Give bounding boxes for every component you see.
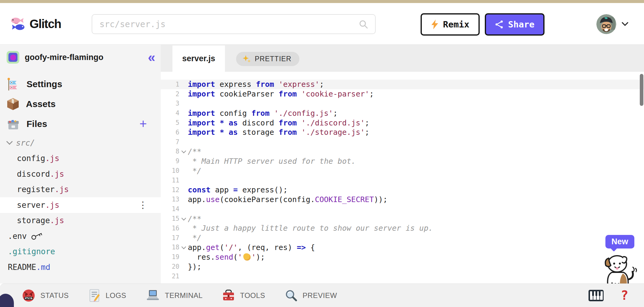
line-number: 18 [161,244,179,251]
code-line-15[interactable]: 15/** [161,214,644,223]
code-line-text[interactable]: const app = express(); [188,185,288,194]
piano-button[interactable] [588,290,604,302]
code-line-text[interactable]: import * as storage from './storage.js'; [188,128,369,137]
project-row: goofy-mire-flamingo « [7,49,155,65]
fold-caret-icon[interactable] [181,216,186,220]
project-name[interactable]: goofy-mire-flamingo [25,53,103,62]
file-extension: .md [36,263,50,272]
code-line-text[interactable]: import * as discord from './discord.js'; [188,119,369,127]
logs-icon [88,289,101,302]
code-line-text[interactable]: import express from 'express'; [188,80,324,89]
line-number: 4 [161,109,179,117]
code-line-11[interactable]: 11 [161,176,644,185]
sidebar-item-files[interactable]: Files + [0,114,161,134]
code-line-17[interactable]: 17 */ [161,233,644,243]
lightning-bolt-icon [431,19,439,30]
new-badge[interactable]: New [605,235,634,248]
code-line-text[interactable]: app.get('/', (req, res) => { [188,243,315,252]
svg-text:#%!&: #%!& [25,297,32,300]
code-line-4[interactable]: 4import config from './config.js'; [161,108,644,118]
line-number: 11 [161,177,179,184]
code-line-9[interactable]: 9 * Main HTTP server used for the bot. [161,156,644,166]
line-number: 5 [161,119,179,126]
code-editor[interactable]: 1import express from 'express';2import c… [161,72,644,283]
code-line-10[interactable]: 10 */ [161,166,644,176]
file-dot-env[interactable]: .env [0,228,161,244]
code-line-14[interactable]: 14 [161,204,644,214]
toolbar-preview-button[interactable]: PREVIEW [285,289,337,302]
file-options-kebab-button[interactable]: ⋮ [138,200,147,210]
top-strip [0,0,644,3]
code-line-7[interactable]: 7 [161,137,644,147]
code-line-text[interactable]: import config from './config.js'; [188,109,338,118]
prettier-button[interactable]: PRETTIER [236,52,299,66]
code-line-18[interactable]: 18app.get('/', (req, res) => { [161,243,644,252]
project-avatar[interactable] [7,51,19,64]
gutter-fold-slot [179,150,188,153]
code-line-text[interactable]: /** [188,147,201,156]
sidebar-item-settings[interactable]: Settings [0,74,161,94]
file-discord.js[interactable]: discord.js [0,166,161,182]
toolbar-logs-button[interactable]: LOGS [88,289,126,302]
code-line-3[interactable]: 3 [161,99,644,109]
share-button[interactable]: Share [485,13,545,36]
code-line-5[interactable]: 5import * as discord from './discord.js'… [161,118,644,128]
toolbar-label: TERMINAL [165,291,203,300]
code-line-1[interactable]: 1import express from 'express'; [161,80,644,89]
add-file-button[interactable]: + [139,118,147,130]
fold-caret-icon[interactable] [181,245,186,249]
code-line-8[interactable]: 8/** [161,147,644,157]
file-extension: .js [45,154,59,163]
file-config.js[interactable]: config.js [0,151,161,166]
file-README.md[interactable]: README.md [0,259,161,275]
code-line-20[interactable]: 20}); [161,262,644,271]
toolbar-status-button[interactable]: #%!&STATUS [22,289,69,302]
file-extension: .js [55,185,69,194]
search-icon [358,19,368,29]
toolbar-tools-button[interactable]: TOOLS [222,289,265,302]
file-tree: src/config.jsdiscord.jsregister.jsserver… [0,135,161,275]
terminal-icon [146,289,160,302]
fold-caret-icon[interactable] [181,149,186,154]
file-register.js[interactable]: register.js [0,182,161,198]
code-line-13[interactable]: 13app.use(cookieParser(config.COOKIE_SEC… [161,195,644,204]
code-line-text[interactable]: */ [188,166,201,175]
code-line-text[interactable]: */ [188,233,201,242]
file-dot-gitignore[interactable]: .gitignore [0,244,161,260]
code-line-text[interactable]: /** [188,214,201,223]
share-button-label: Share [508,19,534,30]
code-line-text[interactable]: import cookieParser from 'cookie-parser'… [188,90,374,98]
code-line-text[interactable]: * Just a happy little route to show our … [188,224,433,233]
help-button[interactable]: ? [621,288,628,303]
code-line-19[interactable]: 19 res.send(''); [161,252,644,262]
tab-server-js[interactable]: server.js [172,46,225,72]
file-storage.js[interactable]: storage.js [0,213,161,229]
collapse-sidebar-button[interactable]: « [148,51,155,63]
file-search-input[interactable] [99,19,358,30]
code-line-21[interactable]: 21 [161,271,644,281]
file-src[interactable]: src/ [0,135,161,151]
remix-button-label: Remix [443,19,469,30]
code-line-2[interactable]: 2import cookieParser from 'cookie-parser… [161,89,644,99]
files-icon [7,117,20,131]
file-search-box[interactable] [92,14,376,34]
folder-chevron-down-icon[interactable] [6,138,13,145]
code-line-text[interactable]: res.send(''); [188,253,265,261]
sidebar-item-label: Assets [26,99,55,109]
editor-scrollbar-thumb[interactable] [640,74,643,106]
code-line-text[interactable]: }); [188,262,201,271]
code-line-text[interactable]: * Main HTTP server used for the bot. [188,157,356,166]
toolbar-terminal-button[interactable]: TERMINAL [146,289,203,302]
code-line-16[interactable]: 16 * Just a happy little route to show o… [161,223,644,233]
user-menu-button[interactable] [596,14,629,34]
file-server.js[interactable]: server.js⋮ [0,197,161,213]
remix-button[interactable]: Remix [421,13,480,36]
code-line-text[interactable]: app.use(cookieParser(config.COOKIE_SECRE… [188,195,387,204]
avatar[interactable] [596,14,616,34]
code-line-6[interactable]: 6import * as storage from './storage.js'… [161,128,644,137]
line-number: 3 [161,100,179,107]
code-line-12[interactable]: 12const app = express(); [161,185,644,195]
whats-new-mascot[interactable]: New [596,235,644,289]
glitch-logo[interactable]: Glitch [9,14,61,34]
sidebar-item-assets[interactable]: Assets [0,94,161,114]
